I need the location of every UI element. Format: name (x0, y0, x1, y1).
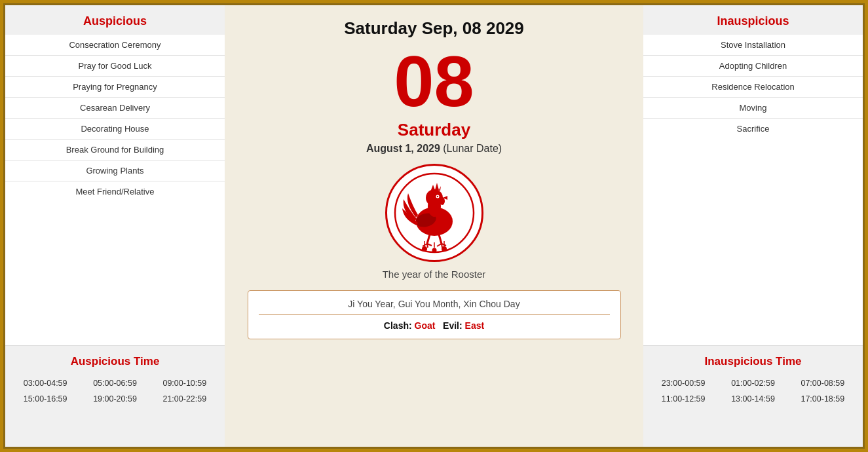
time-item: 19:00-20:59 (81, 392, 148, 406)
auspicious-time-grid: 03:00-04:5905:00-06:5909:00-10:5915:00-1… (5, 373, 225, 409)
time-item: 09:00-10:59 (151, 376, 218, 390)
lunar-date: August 1, 2029 (Lunar Date) (366, 143, 502, 155)
inauspicious-time-title: Inauspicious Time (643, 348, 863, 373)
right-panel: Inauspicious Stove InstallationAdopting … (643, 5, 863, 447)
year-of-label: The year of the Rooster (383, 269, 486, 280)
list-item: Growing Plants (5, 160, 225, 181)
svg-marker-6 (431, 183, 441, 191)
list-item: Praying for Pregnancy (5, 77, 225, 98)
calendar-info: Ji You Year, Gui You Month, Xin Chou Day (259, 299, 610, 315)
inauspicious-section: Inauspicious Stove InstallationAdopting … (643, 5, 863, 345)
list-item: Break Ground for Building (5, 140, 225, 160)
inauspicious-time-section: Inauspicious Time 23:00-00:5901:00-02:59… (643, 345, 863, 447)
day-name: Saturday (398, 120, 470, 140)
svg-line-10 (427, 235, 430, 244)
time-item: 11:00-12:59 (650, 392, 717, 406)
svg-point-18 (422, 246, 427, 252)
main-container: Auspicious Consecration CeremonyPray for… (3, 3, 865, 449)
time-item: 13:00-14:59 (719, 392, 786, 406)
rooster-icon (392, 170, 477, 255)
list-item: Adopting Children (643, 56, 863, 77)
auspicious-section: Auspicious Consecration CeremonyPray for… (5, 5, 225, 345)
svg-point-9 (440, 197, 445, 205)
auspicious-time-title: Auspicious Time (5, 348, 225, 373)
list-item: Residence Relocation (643, 77, 863, 98)
time-item: 01:00-02:59 (719, 376, 786, 390)
list-item: Meet Friend/Relative (5, 181, 225, 202)
main-date: Saturday Sep, 08 2029 (344, 18, 524, 39)
time-item: 15:00-16:59 (12, 392, 79, 406)
inauspicious-list: Stove InstallationAdopting ChildrenResid… (643, 35, 863, 139)
center-panel: Saturday Sep, 08 2029 08 Saturday August… (225, 5, 643, 447)
inauspicious-title: Inauspicious (643, 5, 863, 35)
auspicious-time-section: Auspicious Time 03:00-04:5905:00-06:5909… (5, 345, 225, 447)
time-item: 21:00-22:59 (151, 392, 218, 406)
time-item: 23:00-00:59 (650, 376, 717, 390)
rooster-emblem (385, 164, 483, 262)
inauspicious-time-grid: 23:00-00:5901:00-02:5907:00-08:5911:00-1… (643, 373, 863, 409)
auspicious-title: Auspicious (5, 5, 225, 35)
evil-label: Evil: (443, 320, 462, 331)
svg-line-15 (437, 244, 442, 246)
list-item: Moving (643, 98, 863, 119)
list-item: Consecration Ceremony (5, 35, 225, 56)
clash-label: Clash: (384, 320, 412, 331)
evil-value: East (465, 320, 485, 331)
list-item: Cesarean Delivery (5, 98, 225, 119)
list-item: Sacrifice (643, 119, 863, 139)
time-item: 03:00-04:59 (12, 376, 79, 390)
time-item: 17:00-18:59 (789, 392, 856, 406)
list-item: Stove Installation (643, 35, 863, 56)
svg-line-11 (439, 235, 442, 244)
list-item: Decorating House (5, 119, 225, 140)
time-item: 05:00-06:59 (81, 376, 148, 390)
clash-value: Goat (415, 320, 438, 331)
list-item: Pray for Good Luck (5, 56, 225, 77)
auspicious-list: Consecration CeremonyPray for Good LuckP… (5, 35, 225, 202)
svg-point-19 (432, 248, 436, 253)
lunar-date-value: August 1, 2029 (366, 143, 440, 154)
time-item: 07:00-08:59 (789, 376, 856, 390)
info-box: Ji You Year, Gui You Month, Xin Chou Day… (248, 290, 621, 339)
svg-point-20 (442, 246, 447, 252)
svg-point-8 (436, 196, 438, 197)
lunar-date-label: (Lunar Date) (443, 143, 502, 154)
left-panel: Auspicious Consecration CeremonyPray for… (5, 5, 225, 447)
clash-info: Clash: Goat Evil: East (259, 320, 610, 331)
day-number: 08 (394, 45, 474, 117)
